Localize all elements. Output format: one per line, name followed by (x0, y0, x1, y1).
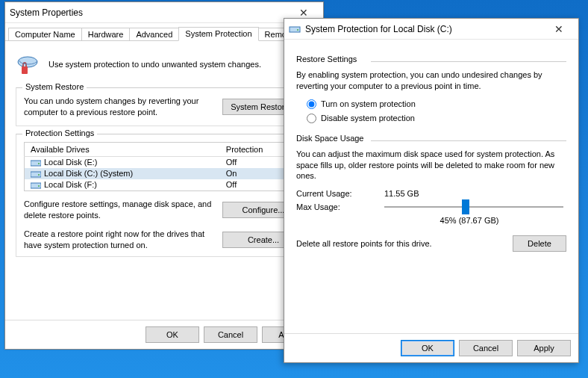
restore-settings-group: Restore Settings By enabling system prot… (296, 55, 566, 123)
system-restore-desc: You can undo system changes by reverting… (24, 96, 216, 118)
col-drives: Available Drives (25, 142, 220, 156)
radio-turn-on-input[interactable] (307, 99, 316, 109)
svg-point-3 (38, 163, 40, 164)
system-restore-group: System Restore You can undo system chang… (16, 87, 313, 126)
drive-icon (289, 23, 301, 35)
drive-icon (31, 158, 41, 167)
drive-name: Local Disk (F:) (44, 180, 97, 189)
group-legend: Restore Settings (296, 55, 360, 63)
group-legend: Protection Settings (22, 128, 97, 137)
radio-label: Turn on system protection (321, 99, 416, 108)
svg-rect-8 (290, 27, 300, 32)
disk-space-group: Disk Space Usage You can adjust the maxi… (296, 134, 566, 252)
tab-computer-name[interactable]: Computer Name (8, 28, 82, 40)
svg-point-7 (38, 185, 40, 187)
system-protection-icon (16, 52, 41, 77)
drive-icon (31, 170, 41, 179)
svg-rect-1 (22, 66, 28, 74)
tab-hardware[interactable]: Hardware (81, 28, 131, 40)
drive-name: Local Disk (C:) (System) (44, 169, 133, 178)
intro-text: Use system protection to undo unwanted s… (49, 60, 261, 69)
svg-rect-4 (31, 172, 41, 177)
protection-settings-group: Protection Settings Available Drives Pro… (16, 134, 313, 258)
tab-strip: Computer Name Hardware Advanced System P… (5, 23, 323, 41)
delete-button[interactable]: Delete (513, 235, 566, 252)
table-row[interactable]: Local Disk (F:)Off (25, 179, 304, 191)
drive-name: Local Disk (E:) (44, 158, 98, 167)
radio-disable-input[interactable] (307, 114, 316, 123)
table-row[interactable]: Local Disk (C:) (System)On (25, 168, 304, 179)
titlebar[interactable]: System Protection for Local Disk (C:) ✕ (284, 19, 578, 40)
restore-desc: By enabling system protection, you can u… (296, 69, 566, 92)
titlebar[interactable]: System Properties ✕ (5, 2, 323, 23)
svg-point-5 (38, 174, 40, 176)
system-properties-window: System Properties ✕ Computer Name Hardwa… (4, 1, 324, 350)
dialog-buttons: OK Cancel Apply (284, 333, 578, 362)
tab-pane: Use system protection to undo unwanted s… (5, 41, 323, 272)
tab-system-protection[interactable]: System Protection (178, 27, 258, 41)
svg-point-0 (18, 57, 37, 67)
group-legend: Disk Space Usage (296, 134, 367, 143)
drives-table[interactable]: Available Drives Protection Local Disk (… (24, 142, 304, 191)
ok-button[interactable]: OK (146, 326, 199, 343)
max-usage-display: 45% (87.67 GB) (380, 216, 559, 225)
cancel-button[interactable]: Cancel (459, 340, 513, 356)
dialog-buttons: OK Cancel Apply (5, 320, 323, 349)
group-legend: System Restore (22, 82, 87, 91)
usage-desc: You can adjust the maximum disk space us… (296, 149, 566, 182)
svg-point-9 (297, 29, 298, 31)
max-usage-label: Max Usage: (296, 202, 371, 211)
drive-icon (31, 181, 41, 190)
table-row[interactable]: Local Disk (E:)Off (25, 156, 304, 168)
create-desc: Create a restore point right now for the… (24, 229, 216, 251)
close-icon[interactable]: ✕ (544, 22, 574, 37)
apply-button[interactable]: Apply (517, 340, 571, 356)
svg-rect-2 (31, 161, 41, 166)
radio-disable[interactable]: Disable system protection (307, 114, 566, 123)
max-usage-slider[interactable] (384, 206, 563, 208)
tab-advanced[interactable]: Advanced (129, 28, 179, 40)
ok-button[interactable]: OK (401, 340, 454, 356)
svg-rect-6 (31, 183, 41, 188)
radio-turn-on[interactable]: Turn on system protection (307, 99, 566, 109)
configure-desc: Configure restore settings, manage disk … (24, 199, 216, 221)
window-title: System Protection for Local Disk (C:) (305, 24, 544, 34)
delete-desc: Delete all restore points for this drive… (296, 239, 432, 248)
window-title: System Properties (10, 7, 289, 18)
current-usage-label: Current Usage: (296, 189, 371, 198)
current-usage-value: 11.55 GB (384, 189, 419, 198)
cancel-button[interactable]: Cancel (204, 326, 257, 343)
system-protection-dialog: System Protection for Local Disk (C:) ✕ … (284, 18, 579, 363)
radio-label: Disable system protection (321, 114, 415, 123)
dialog-body: Restore Settings By enabling system prot… (284, 40, 578, 252)
